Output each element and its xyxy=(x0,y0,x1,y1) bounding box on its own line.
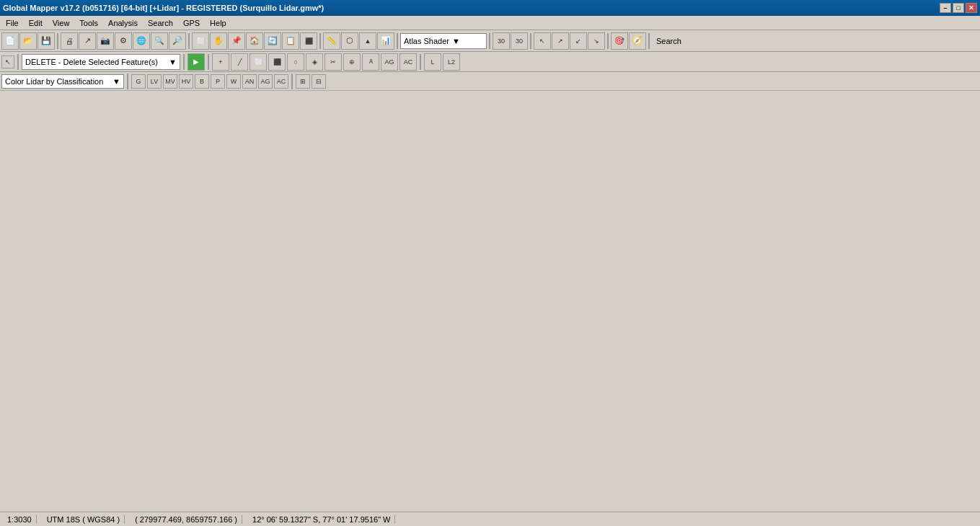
elevation-button[interactable]: ▲ xyxy=(359,32,376,50)
zoom-in-button[interactable]: 🔍 xyxy=(151,32,168,50)
pan-button[interactable]: ✋ xyxy=(210,32,227,50)
class-btn2[interactable]: LV xyxy=(147,74,162,89)
menu-tools[interactable]: Tools xyxy=(75,17,102,29)
tb-btn-b[interactable]: 30 xyxy=(511,32,528,50)
area-button[interactable]: ⬡ xyxy=(341,32,358,50)
status-bar: 1:3030 UTM 18S ( WGS84 ) ( 279977.469, 8… xyxy=(0,512,980,526)
tb-btn-e[interactable]: ↙ xyxy=(570,32,587,50)
close-button[interactable]: ✕ xyxy=(966,3,977,13)
class-btn12[interactable]: ⊟ xyxy=(312,74,326,89)
save-button[interactable]: 💾 xyxy=(37,32,55,50)
class-btn10[interactable]: AC xyxy=(274,74,288,89)
class-btn3[interactable]: MV xyxy=(163,74,177,89)
lidar-btn1[interactable]: L xyxy=(424,53,441,71)
sep3 xyxy=(319,33,321,49)
feature-button[interactable]: 📌 xyxy=(228,32,245,50)
digitize-line[interactable]: ╱ xyxy=(231,53,248,71)
config-button[interactable]: ⚙ xyxy=(115,32,132,50)
scale-display: 1:3030 xyxy=(3,515,37,524)
select-button[interactable]: ↖ xyxy=(1,55,14,68)
sep6 xyxy=(530,33,531,49)
export-button[interactable]: ↗ xyxy=(79,32,96,50)
shader-arrow: ▼ xyxy=(452,37,460,45)
print-button[interactable]: 🖨 xyxy=(61,32,78,50)
gps-button[interactable]: 🎯 xyxy=(611,32,628,50)
compass-button[interactable]: 🧭 xyxy=(629,32,646,50)
edit-node[interactable]: ◈ xyxy=(306,53,323,71)
zoom-rect-button[interactable]: ⬜ xyxy=(192,32,209,50)
home-button[interactable]: 🏠 xyxy=(246,32,263,50)
class-btn8[interactable]: AN xyxy=(242,74,257,89)
sep2 xyxy=(188,33,190,49)
menu-view[interactable]: View xyxy=(48,17,74,29)
tb-btn-a[interactable]: 30 xyxy=(493,32,510,50)
projection-display: UTM 18S ( WGS84 ) xyxy=(43,515,125,524)
sep14 xyxy=(291,73,293,89)
tb-btn-d[interactable]: ↗ xyxy=(552,32,569,50)
class-btn7[interactable]: W xyxy=(226,74,241,89)
zoom-out-button[interactable]: 🔎 xyxy=(169,32,186,50)
classification-value: Color Lidar by Classification xyxy=(5,77,103,86)
class-btn4[interactable]: HV xyxy=(179,74,193,89)
analysis2-button[interactable]: 📊 xyxy=(377,32,394,50)
sep13 xyxy=(127,73,128,89)
main-area: 🗺 Overlay Control Center (3 Layers, 1 Se… xyxy=(0,91,980,512)
class-btn9[interactable]: AG xyxy=(258,74,273,89)
shader-dropdown[interactable]: Atlas Shader ▼ xyxy=(400,33,487,49)
menu-bar: File Edit View Tools Analysis Search GPS… xyxy=(0,16,980,30)
sep7 xyxy=(607,33,609,49)
attr-button[interactable]: Ａ xyxy=(362,53,379,71)
class-btn5[interactable]: B xyxy=(195,74,209,89)
label-button[interactable]: AG xyxy=(381,53,398,71)
sep1 xyxy=(57,33,58,49)
coordinates-display: ( 279977.469, 8659757.166 ) xyxy=(131,515,242,524)
class-btn6[interactable]: P xyxy=(211,74,225,89)
screenshot-button[interactable]: 📷 xyxy=(97,32,114,50)
classification-dropdown[interactable]: Color Lidar by Classification ▼ xyxy=(1,74,124,89)
run-button[interactable]: ▶ xyxy=(187,53,205,71)
digitize-area[interactable]: ⬜ xyxy=(250,53,267,71)
toolbar-main: 📄 📂 💾 🖨 ↗ 📷 ⚙ 🌐 🔍 🔎 ⬜ ✋ 📌 🏠 🔄 📋 ⬛ 📏 ⬡ ▲ … xyxy=(0,30,980,52)
sep10 xyxy=(183,54,185,70)
vector-button[interactable]: ⬛ xyxy=(300,32,317,50)
lidar-btn2[interactable]: L2 xyxy=(443,53,460,71)
toolbar-classification: Color Lidar by Classification ▼ G LV MV … xyxy=(0,72,980,91)
sep11 xyxy=(208,54,209,70)
contour-button[interactable]: AC xyxy=(399,53,417,71)
search-label: Search xyxy=(656,37,681,45)
menu-search[interactable]: Search xyxy=(144,17,177,29)
digitize-point[interactable]: + xyxy=(212,53,229,71)
title-bar: Global Mapper v17.2 (b051716) [64-bit] [… xyxy=(0,0,980,16)
web-button[interactable]: 🌐 xyxy=(133,32,150,50)
merge-button[interactable]: ⊕ xyxy=(343,53,361,71)
minimize-button[interactable]: – xyxy=(940,3,951,13)
sep5 xyxy=(489,33,490,49)
menu-analysis[interactable]: Analysis xyxy=(104,17,142,29)
split-button[interactable]: ✂ xyxy=(325,53,342,71)
layers-button[interactable]: 📋 xyxy=(282,32,299,50)
menu-help[interactable]: Help xyxy=(206,17,231,29)
tb-btn-c[interactable]: ↖ xyxy=(534,32,551,50)
measure-button[interactable]: 📏 xyxy=(323,32,340,50)
menu-file[interactable]: File xyxy=(1,17,23,29)
window-controls: – □ ✕ xyxy=(940,3,977,13)
menu-gps[interactable]: GPS xyxy=(179,17,204,29)
sep9 xyxy=(17,54,19,70)
open-button[interactable]: 📂 xyxy=(19,32,37,50)
shader-value: Atlas Shader xyxy=(404,37,449,45)
latlon-display: 12° 06' 59.1327" S, 77° 01' 17.9516" W xyxy=(248,515,395,524)
tb-btn-f[interactable]: ↘ xyxy=(588,32,605,50)
new-button[interactable]: 📄 xyxy=(1,32,19,50)
edit-dropdown-arrow: ▼ xyxy=(169,58,177,66)
maximize-button[interactable]: □ xyxy=(953,3,964,13)
app-title: Global Mapper v17.2 (b051716) [64-bit] [… xyxy=(3,4,324,12)
edit-operation-dropdown[interactable]: DELETE - Delete Selected Feature(s) ▼ xyxy=(22,54,180,70)
digitize-rect[interactable]: ⬛ xyxy=(268,53,286,71)
class-btn1[interactable]: G xyxy=(131,74,146,89)
digitize-circle[interactable]: ○ xyxy=(287,53,304,71)
sep12 xyxy=(420,54,421,70)
classification-arrow: ▼ xyxy=(112,77,120,86)
refresh-button[interactable]: 🔄 xyxy=(264,32,281,50)
class-btn11[interactable]: ⊞ xyxy=(296,74,310,89)
menu-edit[interactable]: Edit xyxy=(25,17,47,29)
